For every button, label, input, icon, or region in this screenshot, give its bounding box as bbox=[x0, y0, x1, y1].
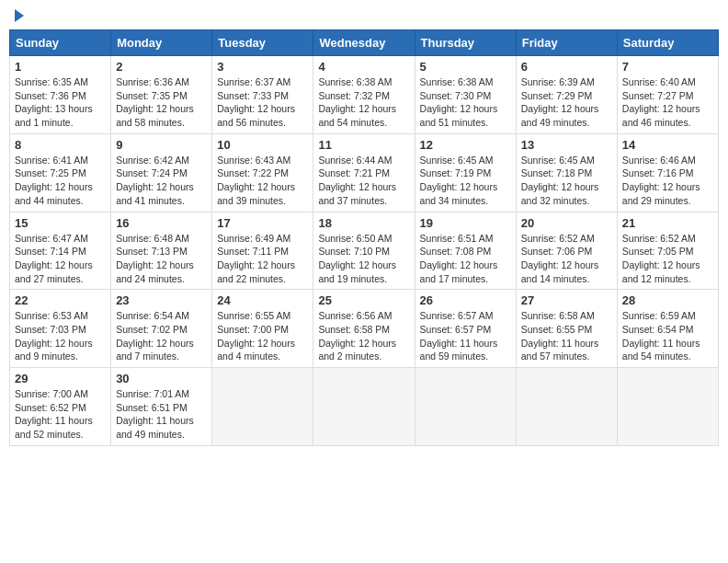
day-number: 20 bbox=[521, 216, 612, 230]
day-number: 3 bbox=[217, 60, 308, 74]
day-info: Sunrise: 6:52 AM Sunset: 7:05 PM Dayligh… bbox=[622, 232, 713, 286]
calendar-cell: 22Sunrise: 6:53 AM Sunset: 7:03 PM Dayli… bbox=[10, 290, 111, 368]
calendar-cell: 17Sunrise: 6:49 AM Sunset: 7:11 PM Dayli… bbox=[212, 212, 313, 290]
calendar-cell: 10Sunrise: 6:43 AM Sunset: 7:22 PM Dayli… bbox=[212, 133, 313, 212]
day-number: 12 bbox=[420, 138, 511, 152]
weekday-header-sunday: Sunday bbox=[10, 30, 111, 56]
logo bbox=[13, 9, 24, 22]
day-number: 4 bbox=[318, 60, 409, 74]
calendar-cell: 5Sunrise: 6:38 AM Sunset: 7:30 PM Daylig… bbox=[415, 56, 516, 134]
day-info: Sunrise: 6:49 AM Sunset: 7:11 PM Dayligh… bbox=[217, 232, 308, 286]
day-number: 8 bbox=[15, 138, 106, 152]
calendar-cell: 9Sunrise: 6:42 AM Sunset: 7:24 PM Daylig… bbox=[111, 133, 212, 212]
weekday-header-friday: Friday bbox=[516, 30, 617, 56]
day-info: Sunrise: 6:46 AM Sunset: 7:16 PM Dayligh… bbox=[622, 154, 713, 208]
calendar-cell: 20Sunrise: 6:52 AM Sunset: 7:06 PM Dayli… bbox=[516, 212, 617, 290]
day-info: Sunrise: 6:48 AM Sunset: 7:13 PM Dayligh… bbox=[116, 232, 207, 286]
day-number: 17 bbox=[217, 216, 308, 230]
calendar-cell: 8Sunrise: 6:41 AM Sunset: 7:25 PM Daylig… bbox=[10, 133, 111, 212]
day-number: 26 bbox=[420, 293, 511, 307]
calendar-week-row: 15Sunrise: 6:47 AM Sunset: 7:14 PM Dayli… bbox=[10, 212, 719, 290]
calendar-week-row: 29Sunrise: 7:00 AM Sunset: 6:52 PM Dayli… bbox=[10, 368, 719, 446]
day-info: Sunrise: 6:50 AM Sunset: 7:10 PM Dayligh… bbox=[318, 232, 409, 286]
day-info: Sunrise: 7:00 AM Sunset: 6:52 PM Dayligh… bbox=[15, 387, 106, 442]
day-number: 15 bbox=[15, 216, 106, 230]
weekday-header-wednesday: Wednesday bbox=[313, 30, 415, 56]
day-info: Sunrise: 6:35 AM Sunset: 7:36 PM Dayligh… bbox=[15, 75, 106, 130]
calendar-week-row: 8Sunrise: 6:41 AM Sunset: 7:25 PM Daylig… bbox=[10, 133, 719, 212]
day-info: Sunrise: 6:39 AM Sunset: 7:29 PM Dayligh… bbox=[521, 75, 612, 130]
day-number: 30 bbox=[116, 372, 207, 385]
calendar-cell bbox=[516, 368, 617, 446]
day-info: Sunrise: 6:45 AM Sunset: 7:18 PM Dayligh… bbox=[521, 154, 612, 208]
day-number: 24 bbox=[217, 293, 308, 307]
calendar-cell: 29Sunrise: 7:00 AM Sunset: 6:52 PM Dayli… bbox=[10, 368, 111, 446]
day-number: 14 bbox=[622, 138, 713, 152]
calendar-cell: 3Sunrise: 6:37 AM Sunset: 7:33 PM Daylig… bbox=[212, 56, 313, 134]
day-number: 7 bbox=[622, 60, 713, 74]
day-info: Sunrise: 6:58 AM Sunset: 6:55 PM Dayligh… bbox=[521, 309, 612, 363]
day-number: 9 bbox=[116, 138, 207, 152]
calendar-cell: 28Sunrise: 6:59 AM Sunset: 6:54 PM Dayli… bbox=[617, 290, 718, 368]
day-info: Sunrise: 6:38 AM Sunset: 7:30 PM Dayligh… bbox=[420, 75, 511, 130]
day-number: 21 bbox=[622, 216, 713, 230]
calendar-cell: 14Sunrise: 6:46 AM Sunset: 7:16 PM Dayli… bbox=[617, 133, 718, 212]
calendar-cell: 16Sunrise: 6:48 AM Sunset: 7:13 PM Dayli… bbox=[111, 212, 212, 290]
day-number: 6 bbox=[521, 60, 612, 74]
calendar-cell bbox=[617, 368, 718, 446]
calendar-cell: 19Sunrise: 6:51 AM Sunset: 7:08 PM Dayli… bbox=[415, 212, 516, 290]
calendar-cell: 30Sunrise: 7:01 AM Sunset: 6:51 PM Dayli… bbox=[111, 368, 212, 446]
day-info: Sunrise: 6:45 AM Sunset: 7:19 PM Dayligh… bbox=[420, 154, 511, 208]
day-info: Sunrise: 6:51 AM Sunset: 7:08 PM Dayligh… bbox=[420, 232, 511, 286]
calendar-cell bbox=[415, 368, 516, 446]
day-info: Sunrise: 6:57 AM Sunset: 6:57 PM Dayligh… bbox=[420, 309, 511, 363]
weekday-header-monday: Monday bbox=[111, 30, 212, 56]
calendar-cell: 1Sunrise: 6:35 AM Sunset: 7:36 PM Daylig… bbox=[10, 56, 111, 134]
calendar-header-row: SundayMondayTuesdayWednesdayThursdayFrid… bbox=[10, 30, 719, 56]
calendar-table: SundayMondayTuesdayWednesdayThursdayFrid… bbox=[9, 29, 719, 446]
day-info: Sunrise: 6:36 AM Sunset: 7:35 PM Dayligh… bbox=[116, 75, 207, 130]
day-number: 29 bbox=[15, 372, 106, 385]
calendar-cell: 12Sunrise: 6:45 AM Sunset: 7:19 PM Dayli… bbox=[415, 133, 516, 212]
day-number: 18 bbox=[318, 216, 409, 230]
calendar-cell: 11Sunrise: 6:44 AM Sunset: 7:21 PM Dayli… bbox=[313, 133, 415, 212]
calendar-cell: 7Sunrise: 6:40 AM Sunset: 7:27 PM Daylig… bbox=[617, 56, 718, 134]
day-number: 28 bbox=[622, 293, 713, 307]
calendar-cell: 15Sunrise: 6:47 AM Sunset: 7:14 PM Dayli… bbox=[10, 212, 111, 290]
calendar-cell: 25Sunrise: 6:56 AM Sunset: 6:58 PM Dayli… bbox=[313, 290, 415, 368]
calendar-week-row: 1Sunrise: 6:35 AM Sunset: 7:36 PM Daylig… bbox=[10, 56, 719, 134]
day-number: 22 bbox=[15, 293, 106, 307]
calendar-week-row: 22Sunrise: 6:53 AM Sunset: 7:03 PM Dayli… bbox=[10, 290, 719, 368]
day-info: Sunrise: 6:37 AM Sunset: 7:33 PM Dayligh… bbox=[217, 75, 308, 130]
day-number: 16 bbox=[116, 216, 207, 230]
calendar-cell: 18Sunrise: 6:50 AM Sunset: 7:10 PM Dayli… bbox=[313, 212, 415, 290]
calendar-cell: 4Sunrise: 6:38 AM Sunset: 7:32 PM Daylig… bbox=[313, 56, 415, 134]
calendar-cell: 13Sunrise: 6:45 AM Sunset: 7:18 PM Dayli… bbox=[516, 133, 617, 212]
page-header bbox=[9, 9, 719, 22]
day-number: 2 bbox=[116, 60, 207, 74]
calendar-cell: 6Sunrise: 6:39 AM Sunset: 7:29 PM Daylig… bbox=[516, 56, 617, 134]
weekday-header-tuesday: Tuesday bbox=[212, 30, 313, 56]
day-number: 10 bbox=[217, 138, 308, 152]
day-number: 1 bbox=[15, 60, 106, 74]
calendar-cell: 24Sunrise: 6:55 AM Sunset: 7:00 PM Dayli… bbox=[212, 290, 313, 368]
day-info: Sunrise: 6:47 AM Sunset: 7:14 PM Dayligh… bbox=[15, 232, 106, 286]
day-number: 25 bbox=[318, 293, 409, 307]
day-number: 13 bbox=[521, 138, 612, 152]
day-info: Sunrise: 6:53 AM Sunset: 7:03 PM Dayligh… bbox=[15, 309, 106, 363]
calendar-cell bbox=[313, 368, 415, 446]
day-info: Sunrise: 6:44 AM Sunset: 7:21 PM Dayligh… bbox=[318, 154, 409, 208]
day-number: 27 bbox=[521, 293, 612, 307]
calendar-cell: 2Sunrise: 6:36 AM Sunset: 7:35 PM Daylig… bbox=[111, 56, 212, 134]
day-info: Sunrise: 6:40 AM Sunset: 7:27 PM Dayligh… bbox=[622, 75, 713, 130]
day-number: 5 bbox=[420, 60, 511, 74]
calendar-cell: 21Sunrise: 6:52 AM Sunset: 7:05 PM Dayli… bbox=[617, 212, 718, 290]
logo-arrow-icon bbox=[15, 9, 24, 22]
day-number: 11 bbox=[318, 138, 409, 152]
day-info: Sunrise: 6:56 AM Sunset: 6:58 PM Dayligh… bbox=[318, 309, 409, 363]
day-info: Sunrise: 6:55 AM Sunset: 7:00 PM Dayligh… bbox=[217, 309, 308, 363]
calendar-cell bbox=[212, 368, 313, 446]
calendar-cell: 26Sunrise: 6:57 AM Sunset: 6:57 PM Dayli… bbox=[415, 290, 516, 368]
day-info: Sunrise: 6:43 AM Sunset: 7:22 PM Dayligh… bbox=[217, 154, 308, 208]
calendar-cell: 23Sunrise: 6:54 AM Sunset: 7:02 PM Dayli… bbox=[111, 290, 212, 368]
